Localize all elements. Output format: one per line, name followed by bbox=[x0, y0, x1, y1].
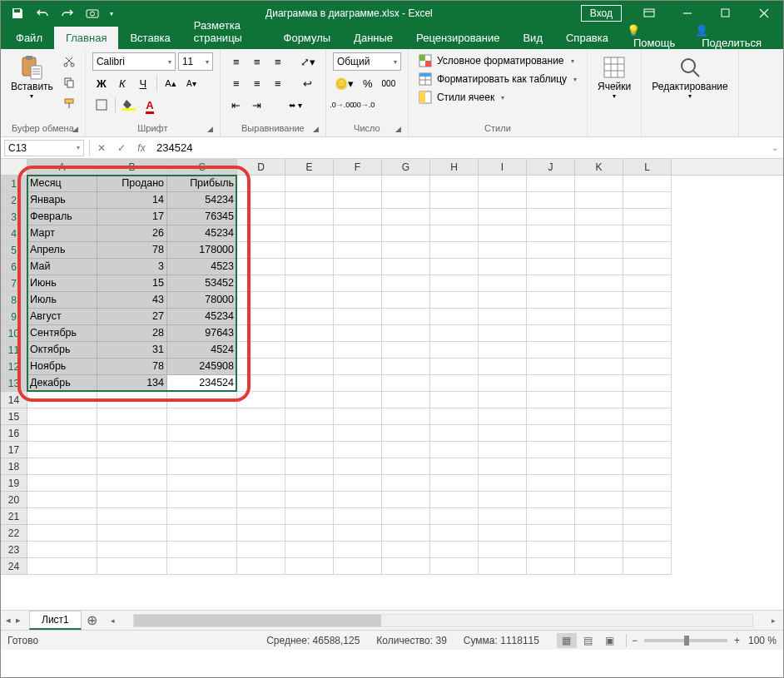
row-header[interactable]: 16 bbox=[1, 425, 27, 442]
scroll-right-icon[interactable]: ▸ bbox=[767, 614, 780, 627]
save-icon[interactable] bbox=[6, 4, 29, 22]
cell[interactable] bbox=[334, 492, 382, 508]
cell[interactable] bbox=[623, 242, 672, 259]
cell[interactable] bbox=[623, 209, 672, 225]
cell[interactable] bbox=[623, 259, 672, 275]
view-normal-icon[interactable]: ▦ bbox=[557, 633, 577, 648]
scroll-left-icon[interactable]: ◂ bbox=[107, 614, 120, 627]
cell[interactable] bbox=[430, 375, 479, 392]
cell[interactable] bbox=[479, 292, 527, 309]
cell[interactable] bbox=[285, 475, 334, 492]
row-header[interactable]: 20 bbox=[1, 492, 27, 508]
cell[interactable] bbox=[623, 342, 672, 359]
cell[interactable] bbox=[527, 242, 575, 259]
format-as-table-button[interactable]: Форматировать как таблицу▾ bbox=[415, 71, 580, 87]
horizontal-scrollbar[interactable] bbox=[133, 614, 753, 627]
cell[interactable] bbox=[575, 392, 623, 408]
cell[interactable] bbox=[97, 425, 167, 442]
cell[interactable] bbox=[575, 442, 623, 458]
column-header[interactable]: D bbox=[237, 159, 285, 175]
cell[interactable] bbox=[430, 392, 479, 408]
row-header[interactable]: 21 bbox=[1, 508, 27, 525]
cell[interactable] bbox=[575, 325, 623, 342]
font-name-combo[interactable]: Calibri▾ bbox=[92, 52, 176, 71]
cell[interactable] bbox=[623, 542, 672, 558]
cell[interactable] bbox=[527, 292, 575, 309]
cell[interactable] bbox=[527, 176, 575, 192]
cell[interactable] bbox=[527, 542, 575, 558]
cell[interactable] bbox=[237, 442, 285, 458]
cell[interactable]: 97643 bbox=[167, 325, 237, 342]
cell[interactable] bbox=[623, 225, 672, 242]
cell[interactable] bbox=[27, 542, 97, 558]
cell[interactable] bbox=[527, 525, 575, 542]
decrease-decimal-icon[interactable]: .00→.0 bbox=[354, 96, 372, 114]
cell[interactable] bbox=[479, 525, 527, 542]
add-sheet-icon[interactable]: ⊕ bbox=[82, 611, 103, 630]
cell[interactable] bbox=[285, 425, 334, 442]
cell[interactable] bbox=[575, 492, 623, 508]
cell[interactable] bbox=[527, 442, 575, 458]
cell[interactable] bbox=[382, 425, 430, 442]
cell[interactable] bbox=[237, 309, 285, 325]
share-button[interactable]: 👤 Поделиться bbox=[695, 24, 768, 49]
cell[interactable] bbox=[479, 492, 527, 508]
row-header[interactable]: 13 bbox=[1, 375, 27, 392]
cell[interactable] bbox=[285, 442, 334, 458]
cell[interactable] bbox=[237, 392, 285, 408]
cell[interactable] bbox=[237, 492, 285, 508]
row-header[interactable]: 10 bbox=[1, 325, 27, 342]
cell[interactable] bbox=[285, 275, 334, 292]
row-header[interactable]: 4 bbox=[1, 225, 27, 242]
cell[interactable] bbox=[575, 408, 623, 425]
cell[interactable] bbox=[430, 259, 479, 275]
column-header[interactable]: H bbox=[430, 159, 479, 175]
cell[interactable]: 178000 bbox=[167, 242, 237, 259]
cell[interactable] bbox=[575, 458, 623, 475]
cell[interactable] bbox=[623, 359, 672, 375]
cell[interactable] bbox=[334, 359, 382, 375]
cell[interactable] bbox=[430, 442, 479, 458]
sheet-nav-last-icon[interactable]: ▸ bbox=[16, 615, 21, 626]
border-icon[interactable] bbox=[92, 96, 111, 114]
cell[interactable] bbox=[430, 209, 479, 225]
cell[interactable]: 234524 bbox=[167, 375, 237, 392]
column-header[interactable]: A bbox=[27, 159, 97, 175]
cell[interactable] bbox=[575, 259, 623, 275]
view-page-break-icon[interactable]: ▣ bbox=[600, 633, 620, 648]
tell-me[interactable]: 💡 Помощь bbox=[627, 24, 682, 49]
cell[interactable] bbox=[97, 542, 167, 558]
column-header[interactable]: F bbox=[334, 159, 382, 175]
cell[interactable] bbox=[575, 542, 623, 558]
cell[interactable] bbox=[167, 542, 237, 558]
cell[interactable] bbox=[382, 359, 430, 375]
row-header[interactable]: 14 bbox=[1, 392, 27, 408]
dialog-launcher-icon[interactable]: ◢ bbox=[207, 125, 213, 133]
increase-decimal-icon[interactable]: .0→.00 bbox=[333, 96, 351, 114]
cell[interactable] bbox=[285, 325, 334, 342]
cell[interactable] bbox=[527, 425, 575, 442]
wrap-text-icon[interactable]: ↩ bbox=[297, 74, 319, 92]
cell[interactable] bbox=[430, 359, 479, 375]
cell[interactable] bbox=[382, 309, 430, 325]
decrease-indent-icon[interactable]: ⇤ bbox=[227, 96, 246, 114]
cell[interactable] bbox=[334, 192, 382, 209]
cell[interactable] bbox=[27, 525, 97, 542]
row-header[interactable]: 5 bbox=[1, 242, 27, 259]
cell[interactable]: Февраль bbox=[27, 209, 97, 225]
cell[interactable] bbox=[382, 342, 430, 359]
row-header[interactable]: 8 bbox=[1, 292, 27, 309]
column-header[interactable]: K bbox=[575, 159, 623, 175]
increase-indent-icon[interactable]: ⇥ bbox=[248, 96, 266, 114]
cell[interactable] bbox=[97, 525, 167, 542]
cell[interactable] bbox=[430, 542, 479, 558]
tab-insert[interactable]: Вставка bbox=[118, 27, 181, 49]
cell[interactable] bbox=[479, 259, 527, 275]
row-header[interactable]: 9 bbox=[1, 309, 27, 325]
cell[interactable] bbox=[575, 292, 623, 309]
cell[interactable] bbox=[334, 275, 382, 292]
align-bottom-icon[interactable]: ≡ bbox=[269, 52, 287, 71]
cell[interactable] bbox=[237, 325, 285, 342]
orientation-icon[interactable]: ⤢▾ bbox=[297, 52, 319, 71]
cell[interactable] bbox=[575, 309, 623, 325]
